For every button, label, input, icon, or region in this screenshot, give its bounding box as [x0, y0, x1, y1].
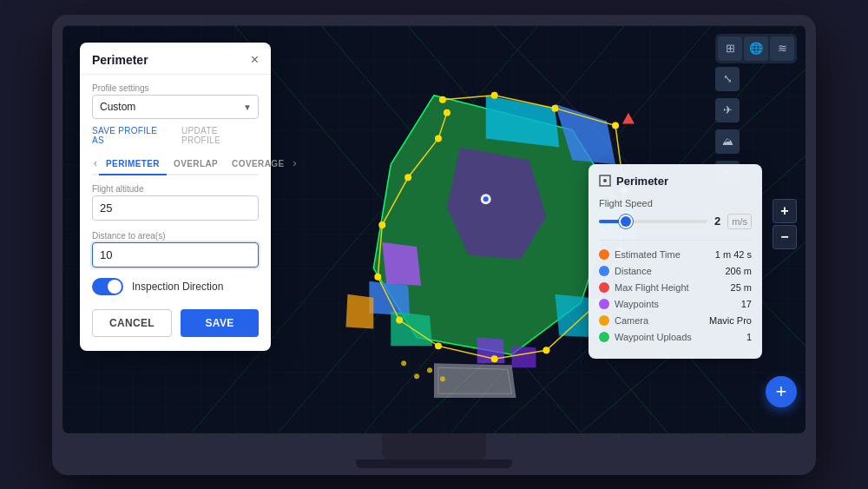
waypoint-uploads-value: 1: [746, 332, 752, 342]
svg-point-36: [491, 355, 498, 362]
screen-content: ⊞ 🌐 ≋ ⤡ ✈ ⛰ ✈ + − +: [62, 25, 806, 433]
max-flight-height-row: Max Flight Height 25 m: [599, 282, 752, 293]
tab-coverage[interactable]: COVERAGE: [225, 154, 291, 175]
distance-label: Distance to area(s): [92, 231, 259, 241]
inspection-direction-label: Inspection Direction: [132, 281, 223, 293]
profile-actions: SAVE PROFILE AS UPDATE PROFILE: [92, 126, 259, 145]
max-flight-height-value: 25 m: [731, 282, 752, 293]
flight-speed-label: Flight Speed: [599, 198, 752, 208]
waypoints-row: Waypoints 17: [599, 299, 752, 309]
speed-unit: m/s: [727, 214, 752, 229]
modal-header: Perimeter ×: [80, 43, 271, 75]
svg-point-29: [491, 91, 498, 98]
zoom-in-button[interactable]: +: [773, 199, 797, 223]
distance-group: Distance to area(s): [92, 231, 259, 268]
svg-point-52: [603, 179, 607, 182]
upload-icon: [599, 332, 609, 342]
distance-input[interactable]: [92, 242, 259, 268]
tab-perimeter[interactable]: PERIMETER: [99, 154, 167, 175]
zoom-out-button[interactable]: −: [773, 225, 797, 249]
estimated-time-row: Estimated Time 1 m 42 s: [599, 249, 752, 260]
inspection-direction-row: Inspection Direction: [92, 278, 259, 295]
svg-point-42: [435, 135, 442, 142]
camera-row: Camera Mavic Pro: [599, 315, 752, 326]
distance-row: Distance 206 m: [599, 266, 752, 276]
speed-slider-track[interactable]: [599, 220, 707, 223]
svg-point-48: [414, 373, 419, 379]
waypoint-uploads-row: Waypoint Uploads 1: [599, 332, 752, 342]
svg-marker-21: [345, 294, 373, 328]
monitor-stand: [382, 433, 486, 459]
clock-icon: [599, 249, 609, 260]
layers-icon[interactable]: ≋: [770, 36, 794, 61]
modal-panel: Perimeter × Profile settings Custom ▼ SA…: [80, 43, 271, 351]
svg-point-28: [439, 96, 446, 102]
mountain-icon[interactable]: ⛰: [715, 129, 740, 154]
distance-icon: [599, 266, 609, 276]
waypoint-uploads-label: Waypoint Uploads: [615, 332, 692, 342]
update-profile-link[interactable]: UPDATE PROFILE: [181, 126, 259, 145]
height-icon: [599, 282, 609, 293]
svg-marker-22: [477, 337, 505, 363]
svg-marker-19: [369, 281, 410, 315]
inspection-direction-toggle[interactable]: [92, 278, 123, 295]
svg-point-47: [401, 360, 406, 366]
tab-prev-icon[interactable]: ‹: [92, 157, 99, 169]
speed-slider-thumb: [621, 216, 631, 227]
svg-point-41: [404, 174, 411, 181]
waypoints-label-group: Waypoints: [599, 299, 659, 309]
save-button[interactable]: SAVE: [181, 309, 259, 337]
profile-select-wrapper: Custom ▼: [92, 95, 259, 119]
info-divider: [599, 240, 752, 241]
tab-next-icon[interactable]: ›: [292, 157, 299, 169]
drone-icon[interactable]: ✈: [715, 98, 740, 122]
speed-value: 2: [714, 215, 720, 228]
flight-altitude-label: Flight altitude: [92, 184, 259, 194]
max-flight-height-label-group: Max Flight Height: [599, 282, 689, 293]
globe-icon[interactable]: 🌐: [744, 36, 768, 61]
svg-marker-18: [382, 241, 421, 285]
map-icon[interactable]: ⊞: [718, 36, 742, 61]
estimated-time-value: 1 m 42 s: [715, 249, 752, 260]
distance-value: 206 m: [725, 266, 752, 276]
tab-overlap[interactable]: OVERLAP: [167, 154, 225, 175]
svg-point-49: [427, 367, 432, 373]
waypoints-label: Waypoints: [615, 299, 659, 309]
cancel-button[interactable]: CANCEL: [92, 309, 172, 337]
zoom-controls: + −: [773, 199, 797, 249]
svg-point-40: [378, 221, 385, 228]
svg-point-31: [612, 122, 619, 129]
modal-body: Profile settings Custom ▼ SAVE PROFILE A…: [80, 75, 271, 295]
estimated-time-label: Estimated Time: [615, 249, 681, 260]
monitor: ⊞ 🌐 ≋ ⤡ ✈ ⛰ ✈ + − +: [52, 15, 816, 475]
map-type-group: ⊞ 🌐 ≋: [715, 34, 797, 63]
svg-point-37: [435, 342, 442, 349]
profile-select[interactable]: Custom: [92, 95, 259, 119]
modal-footer: CANCEL SAVE: [80, 309, 271, 337]
distance-label: Distance: [615, 266, 652, 276]
svg-point-50: [440, 376, 445, 381]
fab-button[interactable]: +: [766, 376, 797, 407]
save-profile-link[interactable]: SAVE PROFILE AS: [92, 126, 171, 145]
svg-point-35: [542, 347, 549, 354]
camera-value: Mavic Pro: [709, 315, 752, 326]
profile-settings-label: Profile settings: [92, 83, 259, 93]
waypoints-value: 17: [741, 299, 752, 309]
camera-label: Camera: [615, 315, 648, 326]
monitor-base: [356, 459, 512, 468]
modal-title: Perimeter: [92, 53, 148, 67]
flight-speed-section: Flight Speed 2 m/s: [599, 198, 752, 229]
estimated-time-label-group: Estimated Time: [599, 249, 681, 260]
flight-altitude-group: Flight altitude: [92, 184, 259, 221]
info-panel-title: Perimeter: [616, 175, 668, 188]
waypoints-icon: [599, 299, 609, 309]
tab-bar: ‹ PERIMETER OVERLAP COVERAGE ›: [92, 154, 259, 175]
perimeter-panel-icon: [599, 175, 611, 187]
svg-point-30: [551, 104, 558, 111]
svg-point-39: [374, 273, 381, 280]
modal-close-button[interactable]: ×: [251, 53, 259, 67]
expand-icon[interactable]: ⤡: [715, 67, 740, 91]
info-panel: Perimeter Flight Speed 2 m/s: [589, 164, 762, 359]
flight-altitude-input[interactable]: [92, 195, 259, 221]
camera-icon: [599, 315, 609, 326]
